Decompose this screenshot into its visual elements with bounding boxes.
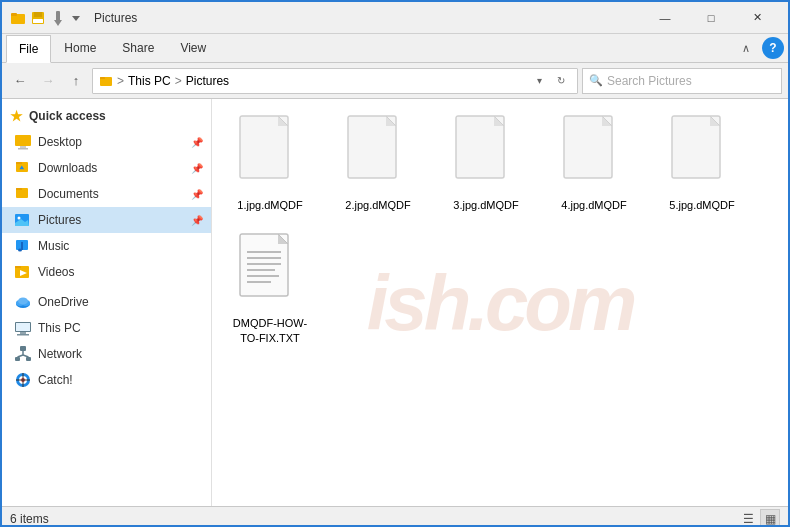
- desktop-label: Desktop: [38, 135, 82, 149]
- close-button[interactable]: ✕: [734, 2, 780, 34]
- generic-file-svg-5: [667, 114, 737, 194]
- network-label: Network: [38, 347, 82, 361]
- file-area: ish.com 1.jpg.dMQDF: [212, 99, 788, 506]
- music-icon: [14, 237, 32, 255]
- sidebar: ★ Quick access Desktop 📌 Downloads 📌: [2, 99, 212, 506]
- file-icon-1: [235, 114, 305, 194]
- svg-rect-37: [15, 357, 20, 361]
- svg-rect-4: [34, 12, 42, 17]
- sidebar-item-thispc[interactable]: This PC: [2, 315, 211, 341]
- ribbon-right: ∧ ?: [734, 36, 784, 60]
- pictures-icon: [14, 211, 32, 229]
- pin-icon-pictures: 📌: [191, 215, 203, 226]
- back-button[interactable]: ←: [8, 69, 32, 93]
- file-item-3[interactable]: 3.jpg.dMQDF: [436, 107, 536, 217]
- svg-point-20: [18, 217, 21, 220]
- file-item-5[interactable]: 5.jpg.dMQDF: [652, 107, 752, 217]
- sidebar-item-onedrive[interactable]: OneDrive: [2, 289, 211, 315]
- list-view-button[interactable]: ☰: [738, 509, 758, 528]
- status-bar: 6 items ☰ ▦: [2, 506, 788, 527]
- svg-marker-8: [72, 16, 80, 21]
- onedrive-icon: [14, 293, 32, 311]
- search-icon: 🔍: [589, 74, 603, 87]
- title-controls: — □ ✕: [642, 2, 780, 34]
- tab-home[interactable]: Home: [51, 34, 109, 62]
- address-refresh-button[interactable]: ↻: [551, 71, 571, 91]
- videos-label: Videos: [38, 265, 74, 279]
- address-bar[interactable]: > This PC > Pictures ▾ ↻: [92, 68, 578, 94]
- svg-rect-24: [21, 242, 23, 250]
- file-icon-4: [559, 114, 629, 194]
- breadcrumb-thispc: This PC: [128, 74, 171, 88]
- svg-rect-34: [17, 334, 29, 336]
- svg-rect-36: [20, 346, 26, 351]
- sidebar-item-pictures[interactable]: Pictures 📌: [2, 207, 211, 233]
- file-icon-3: [451, 114, 521, 194]
- address-dropdown-button[interactable]: ▾: [529, 71, 549, 91]
- sidebar-item-videos[interactable]: Videos: [2, 259, 211, 285]
- window-title: Pictures: [94, 11, 642, 25]
- music-label: Music: [38, 239, 69, 253]
- ribbon-tabs: File Home Share View ∧ ?: [2, 34, 788, 62]
- quick-access-label: Quick access: [29, 109, 106, 123]
- tab-share[interactable]: Share: [109, 34, 167, 62]
- file-grid: 1.jpg.dMQDF 2.jpg.dMQDF: [220, 107, 780, 350]
- sidebar-item-desktop[interactable]: Desktop 📌: [2, 129, 211, 155]
- quick-access-header[interactable]: ★ Quick access: [2, 103, 211, 129]
- ribbon-collapse-button[interactable]: ∧: [734, 36, 758, 60]
- view-controls: ☰ ▦: [738, 509, 780, 528]
- tab-file[interactable]: File: [6, 35, 51, 63]
- pictures-label: Pictures: [38, 213, 81, 227]
- save-icon: [30, 10, 46, 26]
- documents-label: Documents: [38, 187, 99, 201]
- dropdown-icon: [70, 10, 82, 26]
- up-button[interactable]: ↑: [64, 69, 88, 93]
- file-item-6[interactable]: DMQDF-HOW-TO-FIX.TXT: [220, 225, 320, 350]
- catch-icon: [14, 371, 32, 389]
- generic-file-svg-1: [235, 114, 305, 194]
- sidebar-item-music[interactable]: Music: [2, 233, 211, 259]
- svg-rect-11: [15, 135, 31, 146]
- svg-rect-12: [20, 146, 26, 148]
- star-icon: ★: [10, 108, 23, 124]
- text-file-svg: [235, 232, 305, 312]
- file-item-4[interactable]: 4.jpg.dMQDF: [544, 107, 644, 217]
- generic-file-svg-2: [343, 114, 413, 194]
- file-name-1: 1.jpg.dMQDF: [237, 198, 302, 212]
- svg-rect-18: [16, 188, 22, 190]
- file-icon-6: [235, 232, 305, 312]
- help-button[interactable]: ?: [762, 37, 784, 59]
- svg-marker-7: [54, 20, 62, 26]
- catch-label: Catch!: [38, 373, 73, 387]
- sidebar-item-documents[interactable]: Documents 📌: [2, 181, 211, 207]
- svg-line-40: [18, 355, 24, 357]
- file-name-5: 5.jpg.dMQDF: [669, 198, 734, 212]
- network-icon: [14, 345, 32, 363]
- file-item-2[interactable]: 2.jpg.dMQDF: [328, 107, 428, 217]
- svg-rect-10: [100, 77, 105, 79]
- search-box[interactable]: 🔍 Search Pictures: [582, 68, 782, 94]
- title-bar-icons: [10, 10, 82, 26]
- svg-rect-38: [26, 357, 31, 361]
- sidebar-item-downloads[interactable]: Downloads 📌: [2, 155, 211, 181]
- minimize-button[interactable]: —: [642, 2, 688, 34]
- svg-rect-5: [33, 19, 43, 23]
- generic-file-svg-4: [559, 114, 629, 194]
- address-actions: ▾ ↻: [529, 71, 571, 91]
- forward-button[interactable]: →: [36, 69, 60, 93]
- onedrive-label: OneDrive: [38, 295, 89, 309]
- file-name-3: 3.jpg.dMQDF: [453, 198, 518, 212]
- file-item-1[interactable]: 1.jpg.dMQDF: [220, 107, 320, 217]
- file-icon-2: [343, 114, 413, 194]
- main-area: ★ Quick access Desktop 📌 Downloads 📌: [2, 99, 788, 506]
- sidebar-item-network[interactable]: Network: [2, 341, 211, 367]
- svg-rect-13: [18, 148, 28, 150]
- tab-view[interactable]: View: [167, 34, 219, 62]
- sidebar-item-catch[interactable]: Catch!: [2, 367, 211, 393]
- thispc-label: This PC: [38, 321, 81, 335]
- svg-rect-26: [15, 266, 21, 268]
- breadcrumb-path: > This PC > Pictures: [99, 74, 229, 88]
- maximize-button[interactable]: □: [688, 2, 734, 34]
- folder-icon: [10, 10, 26, 26]
- large-icons-view-button[interactable]: ▦: [760, 509, 780, 528]
